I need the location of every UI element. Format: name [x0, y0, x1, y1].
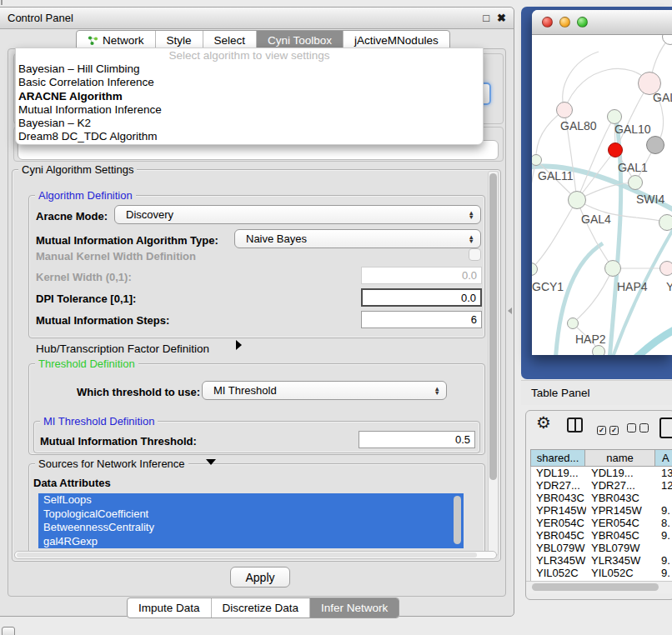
- network-node[interactable]: [592, 345, 605, 355]
- desktop-icon[interactable]: [2, 627, 15, 635]
- network-canvas[interactable]: GAL GAL80 GAL10 GAL11 GAL1 GAL4 SWI4 GCY…: [532, 35, 672, 355]
- desktop: Control Panel □ ✖ Network Style Sele: [0, 0, 672, 635]
- bottom-tabbar: Impute Data Discretize Data Infer Networ…: [127, 598, 399, 618]
- settings-vertical-scrollbar[interactable]: [488, 171, 499, 556]
- mi-threshold-label: Mutual Information Threshold:: [40, 435, 197, 448]
- table-row[interactable]: YBL079W YBL079W: [531, 542, 672, 554]
- mi-threshold-field[interactable]: 0.5: [359, 431, 475, 448]
- node-label: GAL: [653, 91, 672, 104]
- column-header-shared-name[interactable]: shared...: [530, 449, 585, 467]
- column-header-clipped[interactable]: A: [655, 449, 672, 467]
- select-all-icon[interactable]: ✓✓: [597, 421, 622, 436]
- apply-button[interactable]: Apply: [230, 567, 290, 588]
- expander-arrow-down-icon[interactable]: [206, 459, 216, 465]
- mi-steps-field[interactable]: 6: [361, 311, 482, 328]
- aracne-mode-combobox[interactable]: Discovery ▲▼: [114, 205, 481, 224]
- dpi-tolerance-label: DPI Tolerance [0,1]:: [36, 292, 136, 305]
- node-label: GAL1: [618, 161, 648, 174]
- table-header: shared... name A: [530, 449, 672, 467]
- scrollbar-thumb[interactable]: [532, 583, 659, 591]
- tab-impute-data[interactable]: Impute Data: [128, 598, 212, 618]
- network-node-selected[interactable]: [608, 142, 623, 158]
- algorithm-definition-title: Algorithm Definition: [35, 189, 136, 202]
- corner-tick: [1, 0, 3, 5]
- network-window-titlebar: [532, 10, 672, 35]
- table-row[interactable]: YBR045C YBR045C 9.: [531, 529, 672, 542]
- network-node[interactable]: [628, 175, 643, 190]
- node-label: HAP4: [617, 280, 648, 293]
- combo-stepper-icon: ▲▼: [469, 211, 474, 219]
- zoom-traffic-light[interactable]: [577, 17, 588, 28]
- settings-horizontal-scrollbar[interactable]: [14, 551, 497, 559]
- table-horizontal-scrollbar[interactable]: [526, 581, 672, 593]
- deselect-all-icon[interactable]: [627, 421, 652, 436]
- control-panel-titlebar: Control Panel □ ✖: [0, 8, 514, 29]
- table-body[interactable]: YDL19... YDL19... 13 YDR27... YDR27... 1…: [530, 467, 672, 581]
- threshold-definition-title: Threshold Definition: [35, 358, 138, 370]
- gear-icon[interactable]: ⚙: [536, 412, 551, 432]
- network-node[interactable]: [556, 102, 573, 118]
- tab-discretize-data[interactable]: Discretize Data: [212, 598, 311, 618]
- table-row[interactable]: YLR345W YLR345W 9.: [531, 554, 672, 567]
- network-node[interactable]: [659, 214, 672, 231]
- network-icon: [88, 35, 98, 46]
- data-attributes-list[interactable]: SelfLoops TopologicalCoefficient Between…: [38, 493, 464, 548]
- dropdown-item[interactable]: Bayesian – Hill Climbing: [16, 62, 483, 76]
- table-row[interactable]: YIL052C YIL052C 9.: [531, 567, 672, 579]
- network-node[interactable]: [567, 318, 579, 329]
- network-node[interactable]: [568, 191, 586, 209]
- network-window: GAL GAL80 GAL10 GAL11 GAL1 GAL4 SWI4 GCY…: [532, 10, 672, 355]
- aracne-mode-label: Aracne Mode:: [36, 210, 108, 222]
- dropdown-item[interactable]: Bayesian – K2: [16, 117, 483, 130]
- close-window-icon[interactable]: ✖: [497, 12, 506, 23]
- hub-definition-expander[interactable]: Hub/Transcription Factor Definition: [36, 342, 209, 355]
- attribute-item-selected[interactable]: SelfLoops: [38, 493, 464, 508]
- dpi-tolerance-field[interactable]: 0.0: [361, 288, 482, 307]
- table-panel-window: ⚙ ✓✓ shared... name A YDL19... YDL19... …: [525, 410, 672, 600]
- combo-stepper-icon: ▲▼: [469, 235, 474, 243]
- tab-infer-network[interactable]: Infer Network: [310, 598, 399, 618]
- algorithm-dropdown-list: Select algorithm to view settings Bayesi…: [15, 48, 484, 145]
- scrollbar-thumb[interactable]: [17, 552, 477, 558]
- splitter-handle[interactable]: [508, 308, 512, 314]
- combo-stepper-icon: ▲▼: [434, 387, 440, 395]
- minimize-traffic-light[interactable]: [559, 17, 570, 28]
- list-scrollbar-thumb[interactable]: [454, 496, 461, 544]
- mi-threshold-title: MI Threshold Definition: [40, 415, 158, 428]
- network-node[interactable]: [646, 136, 664, 154]
- which-threshold-label: Which threshold to use:: [77, 386, 200, 398]
- dropdown-item-selected[interactable]: ARACNE Algorithm: [16, 90, 483, 103]
- network-node[interactable]: [604, 260, 621, 277]
- mi-algorithm-type-label: Mutual Information Algorithm Type:: [36, 234, 218, 247]
- attribute-item-selected[interactable]: TopologicalCoefficient: [38, 508, 464, 522]
- dropdown-item[interactable]: Basic Correlation Inference: [16, 76, 483, 89]
- dropdown-prompt: Select algorithm to view settings: [16, 48, 483, 62]
- attribute-item-selected[interactable]: BetweennessCentrality: [38, 521, 464, 535]
- table-row[interactable]: YBR043C YBR043C: [531, 492, 672, 504]
- float-window-icon[interactable]: □: [483, 12, 489, 23]
- column-header-name[interactable]: name: [585, 449, 655, 467]
- close-traffic-light[interactable]: [542, 17, 553, 28]
- data-attributes-label: Data Attributes: [33, 477, 111, 489]
- table-row[interactable]: YER054C YER054C 8.: [531, 517, 672, 529]
- cyni-settings-title: Cyni Algorithm Settings: [18, 163, 137, 176]
- attribute-item-selected[interactable]: gal4RGexp: [38, 535, 464, 549]
- sources-title: Sources for Network Inference: [35, 458, 188, 470]
- network-node[interactable]: [659, 261, 672, 276]
- table-panel-title: Table Panel: [531, 387, 590, 399]
- control-panel-title: Control Panel: [8, 12, 73, 24]
- node-label: GAL10: [614, 122, 651, 136]
- mi-algorithm-type-combobox[interactable]: Naive Bayes ▲▼: [234, 229, 481, 248]
- table-row[interactable]: YPR145W YPR145W 9.: [531, 504, 672, 517]
- dropdown-item[interactable]: Mutual Information Inference: [16, 103, 483, 117]
- which-threshold-combobox[interactable]: MI Threshold ▲▼: [202, 381, 447, 400]
- sheet-icon[interactable]: [659, 418, 672, 438]
- manual-kernel-width-checkbox[interactable]: [469, 248, 481, 261]
- split-view-icon[interactable]: [567, 418, 583, 432]
- mi-steps-label: Mutual Information Steps:: [36, 314, 169, 327]
- table-row[interactable]: YDL19... YDL19... 13: [531, 467, 672, 479]
- dropdown-item[interactable]: Dream8 DC_TDC Algorithm: [16, 130, 483, 143]
- expander-arrow-right-icon[interactable]: [236, 340, 242, 350]
- table-row[interactable]: YDR27... YDR27... 12: [531, 479, 672, 492]
- scrollbar-thumb[interactable]: [489, 173, 497, 480]
